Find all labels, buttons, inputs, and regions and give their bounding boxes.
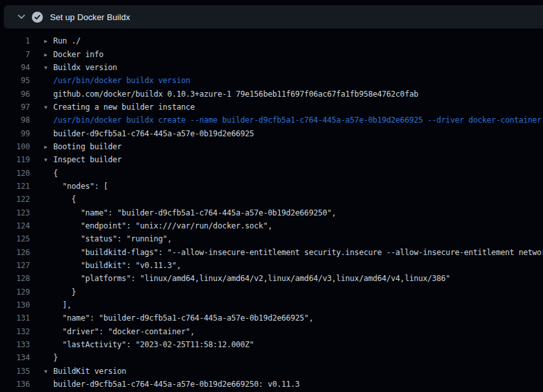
- line-number[interactable]: 1: [0, 36, 30, 45]
- log-line: 1▶Run ./: [0, 34, 543, 47]
- log-line: 7▶Docker info: [0, 47, 543, 60]
- log-group-toggle[interactable]: ▼Buildx version: [44, 63, 117, 72]
- log-group-toggle[interactable]: ▶Run ./: [44, 36, 81, 45]
- line-number[interactable]: 132: [0, 327, 30, 336]
- log-output-text: }: [44, 288, 76, 297]
- log-line: 122 {: [0, 193, 543, 206]
- log-output-text: {: [44, 195, 76, 204]
- log-line: 127 "buildkit": "v0.11.3",: [0, 259, 543, 272]
- log-command-text: /usr/bin/docker buildx create --name bui…: [44, 116, 542, 125]
- log-line: 96github.com/docker/buildx 0.10.3+azure-…: [0, 87, 543, 100]
- line-number[interactable]: 94: [0, 63, 30, 72]
- log-line: 133 "lastActivity": "2023-02-25T11:58:12…: [0, 338, 543, 351]
- log-line: 136builder-d9cfb5a1-c764-445a-a57e-0b19d…: [0, 378, 543, 391]
- step-header[interactable]: Set up Docker Buildx: [4, 5, 543, 29]
- triangle-down-icon[interactable]: ▼: [44, 65, 53, 71]
- log-group-title: Inspect builder: [53, 155, 121, 164]
- chevron-down-icon[interactable]: [17, 12, 26, 21]
- line-number[interactable]: 121: [0, 182, 30, 191]
- line-number[interactable]: 99: [0, 129, 30, 138]
- triangle-right-icon[interactable]: ▶: [44, 52, 53, 58]
- line-number[interactable]: 128: [0, 274, 30, 283]
- log-line: 126 "buildkitd-flags": "--allow-insecure…: [0, 246, 543, 259]
- line-number[interactable]: 130: [0, 300, 30, 310]
- line-number[interactable]: 134: [0, 353, 30, 362]
- line-number[interactable]: 135: [0, 367, 30, 376]
- log-output-text: "buildkitd-flags": "--allow-insecure-ent…: [44, 248, 543, 257]
- log-output-text: github.com/docker/buildx 0.10.3+azure-1 …: [44, 90, 418, 99]
- line-number[interactable]: 126: [0, 248, 30, 257]
- line-number[interactable]: 120: [0, 169, 30, 178]
- log-group-toggle[interactable]: ▶Booting builder: [44, 142, 121, 151]
- log-line: 135▼BuildKit version: [0, 365, 543, 378]
- line-number[interactable]: 98: [0, 116, 30, 125]
- check-circle-icon: [32, 12, 43, 23]
- log-line: 94▼Buildx version: [0, 61, 543, 74]
- log-line: 129 }: [0, 286, 543, 299]
- log-line: 98/usr/bin/docker buildx create --name b…: [0, 114, 543, 127]
- line-number[interactable]: 127: [0, 261, 30, 270]
- triangle-down-icon[interactable]: ▼: [44, 369, 53, 374]
- log-output-text: {: [44, 169, 58, 178]
- log-output-text: builder-d9cfb5a1-c764-445a-a57e-0b19d2e6…: [44, 380, 299, 389]
- log-line: 119▼Inspect builder: [0, 153, 543, 166]
- log-output-text: "name": "builder-d9cfb5a1-c764-445a-a57e…: [44, 313, 313, 323]
- step-title: Set up Docker Buildx: [50, 12, 130, 22]
- line-number[interactable]: 124: [0, 221, 30, 230]
- log-line: 131 "name": "builder-d9cfb5a1-c764-445a-…: [0, 312, 543, 325]
- log-output-text: builder-d9cfb5a1-c764-445a-a57e-0b19d2e6…: [44, 129, 254, 138]
- log-group-title: Buildx version: [53, 63, 117, 72]
- log-line: 95/usr/bin/docker buildx version: [0, 74, 543, 87]
- log-group-toggle[interactable]: ▼Inspect builder: [44, 155, 121, 164]
- log-output-text: "endpoint": "unix:///var/run/docker.sock…: [44, 221, 272, 230]
- line-number[interactable]: 123: [0, 208, 30, 217]
- log-line: 134}: [0, 351, 543, 364]
- line-number[interactable]: 96: [0, 90, 30, 99]
- log-group-toggle[interactable]: ▼Creating a new builder instance: [44, 103, 195, 112]
- log-command-text: /usr/bin/docker buildx version: [44, 76, 190, 85]
- log-group-toggle[interactable]: ▼BuildKit version: [44, 367, 126, 376]
- triangle-down-icon[interactable]: ▼: [44, 157, 53, 163]
- log-group-title: Booting builder: [53, 142, 121, 151]
- log-output-text: }: [44, 353, 58, 362]
- triangle-down-icon[interactable]: ▼: [44, 104, 53, 110]
- log-output-text: "buildkit": "v0.11.3",: [44, 261, 181, 270]
- line-number[interactable]: 136: [0, 380, 30, 389]
- log-output-text: "name": "builder-d9cfb5a1-c764-445a-a57e…: [44, 208, 336, 217]
- log-group-toggle[interactable]: ▶Docker info: [44, 50, 103, 59]
- line-number[interactable]: 133: [0, 340, 30, 349]
- log-line: 130 ],: [0, 299, 543, 312]
- log-output-text: "lastActivity": "2023-02-25T11:58:12.000…: [44, 340, 254, 349]
- line-number[interactable]: 129: [0, 288, 30, 297]
- log-line: 124 "endpoint": "unix:///var/run/docker.…: [0, 219, 543, 232]
- triangle-right-icon[interactable]: ▶: [44, 38, 53, 44]
- log-group-title: Docker info: [53, 50, 103, 59]
- log-line: 128 "platforms": "linux/amd64,linux/amd6…: [0, 272, 543, 285]
- log-line: 132 "driver": "docker-container",: [0, 325, 543, 338]
- line-number[interactable]: 119: [0, 155, 30, 164]
- log-line: 121 "nodes": [: [0, 180, 543, 193]
- log-line: 97▼Creating a new builder instance: [0, 101, 543, 114]
- log-output-text: ],: [44, 300, 71, 310]
- log-group-title: Run ./: [53, 36, 81, 45]
- log-line: 120{: [0, 166, 543, 179]
- line-number[interactable]: 100: [0, 142, 30, 151]
- log-line: 100▶Booting builder: [0, 140, 543, 153]
- line-number[interactable]: 7: [0, 50, 30, 59]
- log-output-text: "status": "running",: [44, 234, 172, 243]
- log-line: 123 "name": "builder-d9cfb5a1-c764-445a-…: [0, 206, 543, 219]
- line-number[interactable]: 122: [0, 195, 30, 204]
- log-group-title: BuildKit version: [53, 367, 126, 376]
- log-container: 1▶Run ./7▶Docker info94▼Buildx version95…: [0, 29, 543, 391]
- log-group-title: Creating a new builder instance: [53, 103, 195, 112]
- log-line: 125 "status": "running",: [0, 232, 543, 245]
- log-output-text: "nodes": [: [44, 182, 108, 191]
- log-output-text: "driver": "docker-container",: [44, 327, 195, 336]
- line-number[interactable]: 95: [0, 76, 30, 85]
- line-number[interactable]: 97: [0, 103, 30, 112]
- log-line: 99builder-d9cfb5a1-c764-445a-a57e-0b19d2…: [0, 127, 543, 140]
- log-output-text: "platforms": "linux/amd64,linux/amd64/v2…: [44, 274, 450, 283]
- line-number[interactable]: 125: [0, 234, 30, 243]
- triangle-right-icon[interactable]: ▶: [44, 144, 53, 150]
- line-number[interactable]: 131: [0, 313, 30, 323]
